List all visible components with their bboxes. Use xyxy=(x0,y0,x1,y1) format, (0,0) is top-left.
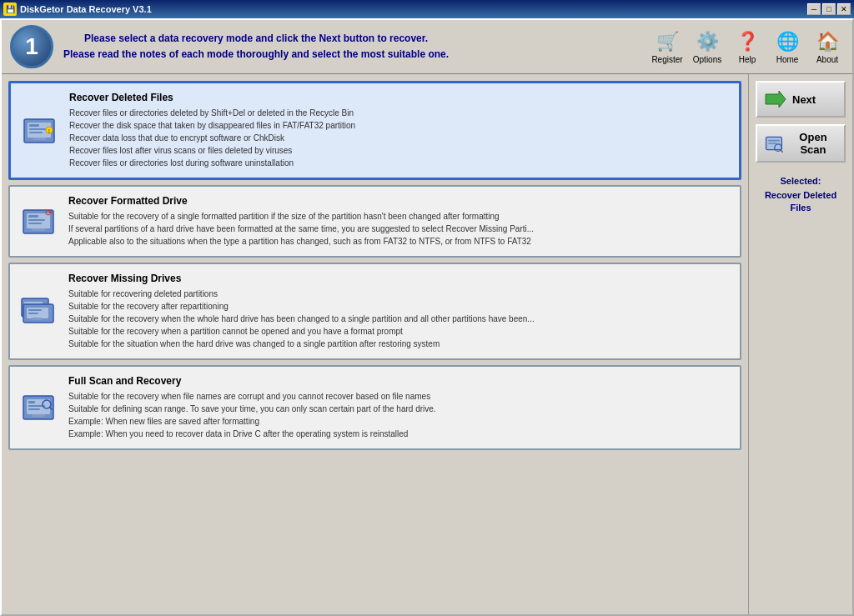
help-label: Help xyxy=(739,55,756,64)
content-area: ! Recover Deleted Files Recover files or… xyxy=(2,74,852,614)
selected-label: Selected: xyxy=(756,176,846,186)
option-full-scan[interactable]: Full Scan and Recovery Suitable for the … xyxy=(8,365,741,450)
svg-rect-5 xyxy=(33,138,46,140)
recover-deleted-title: Recover Deleted Files xyxy=(69,92,731,103)
close-button[interactable]: ✕ xyxy=(837,3,851,15)
miss-desc-1: Suitable for the recovery after repartit… xyxy=(68,302,229,311)
svg-rect-28 xyxy=(32,414,45,417)
about-label: About xyxy=(816,55,838,64)
miss-desc-2: Suitable for the recovery when the whole… xyxy=(68,314,535,323)
svg-marker-31 xyxy=(766,91,786,108)
scan-desc-0: Suitable for the recovery when file name… xyxy=(68,392,430,401)
desc-line-1: Recover the disk space that taken by dis… xyxy=(69,121,355,130)
options-label: Options xyxy=(693,55,721,64)
svg-rect-33 xyxy=(768,140,780,142)
recover-deleted-desc: Recover files or directories deleted by … xyxy=(69,107,731,169)
svg-text:!: ! xyxy=(48,128,50,133)
toolbar-icons: 🛒 Register ⚙️ Options ❓ Help 🌐 Home 🏠 Ab… xyxy=(651,30,844,64)
next-button[interactable]: Next xyxy=(756,81,846,118)
svg-line-36 xyxy=(781,150,782,152)
svg-rect-11 xyxy=(28,219,45,221)
title-bar: 💾 DiskGetor Data Recovery V3.1 ─ □ ✕ xyxy=(0,0,854,18)
selected-info: Selected: Recover Deleted Files xyxy=(756,176,846,215)
left-panel: ! Recover Deleted Files Recover files or… xyxy=(2,74,748,614)
right-panel: Next Open Scan Selected: Recover Deleted… xyxy=(748,74,852,614)
toolbar-header: 1 Please select a data recovery mode and… xyxy=(10,25,449,68)
recover-deleted-icon: ! xyxy=(19,111,59,151)
recover-missing-desc: Suitable for recovering deleted partitio… xyxy=(68,288,731,350)
nav-home[interactable]: 🌐 Home xyxy=(771,30,804,64)
minimize-button[interactable]: ─ xyxy=(807,3,821,15)
fmt-desc-0: Suitable for the recovery of a single fo… xyxy=(68,212,500,221)
miss-desc-3: Suitable for the recovery when a partiti… xyxy=(68,327,403,336)
register-label: Register xyxy=(651,55,682,64)
title-bar-title: DiskGetor Data Recovery V3.1 xyxy=(20,4,152,14)
home-label: Home xyxy=(776,55,799,64)
nav-options[interactable]: ⚙️ Options xyxy=(691,30,724,64)
svg-rect-20 xyxy=(28,309,42,311)
scan-desc-3: Example: When you need to recover data i… xyxy=(68,429,408,438)
open-scan-icon xyxy=(764,132,784,155)
svg-rect-13 xyxy=(32,228,45,231)
svg-rect-27 xyxy=(28,408,40,410)
desc-line-4: Recover files or directories lost during… xyxy=(69,158,294,168)
svg-text:⟳: ⟳ xyxy=(45,208,53,218)
next-label: Next xyxy=(792,93,816,106)
scan-desc-1: Suitable for defining scan range. To sav… xyxy=(68,404,436,413)
full-scan-title: Full Scan and Recovery xyxy=(68,375,731,387)
option-recover-deleted[interactable]: ! Recover Deleted Files Recover files or… xyxy=(8,81,741,180)
options-icon: ⚙️ xyxy=(696,30,719,53)
title-bar-left: 💾 DiskGetor Data Recovery V3.1 xyxy=(3,3,152,16)
full-scan-content: Full Scan and Recovery Suitable for the … xyxy=(68,375,731,440)
toolbar-instructions: Please select a data recovery mode and c… xyxy=(63,31,449,63)
svg-rect-2 xyxy=(29,124,39,127)
option-recover-missing[interactable]: Recover Missing Drives Suitable for reco… xyxy=(8,263,741,360)
fmt-desc-1: If several partitions of a hard drive ha… xyxy=(68,224,534,233)
recover-formatted-icon: ⟳ xyxy=(18,202,58,242)
desc-line-0: Recover files or directories deleted by … xyxy=(69,108,354,118)
desc-line-2: Recover data loss that due to encrypt so… xyxy=(69,133,284,143)
home-icon: 🌐 xyxy=(776,30,799,53)
full-scan-icon xyxy=(18,388,58,428)
maximize-button[interactable]: □ xyxy=(822,3,836,15)
app-icon: 💾 xyxy=(3,3,17,16)
recover-formatted-desc: Suitable for the recovery of a single fo… xyxy=(68,210,731,248)
svg-rect-21 xyxy=(28,313,38,314)
step-indicator: 1 xyxy=(10,25,53,68)
desc-line-3: Recover files lost after virus scans or … xyxy=(69,146,292,155)
scan-desc-2: Example: When new files are saved after … xyxy=(68,417,259,426)
option-recover-formatted[interactable]: ⟳ Recover Formatted Drive Suitable for t… xyxy=(8,185,741,258)
recover-missing-title: Recover Missing Drives xyxy=(68,273,731,284)
svg-rect-22 xyxy=(32,318,42,320)
recover-missing-icon xyxy=(18,292,58,332)
nav-register[interactable]: 🛒 Register xyxy=(651,30,684,64)
about-icon: 🏠 xyxy=(816,30,839,53)
svg-rect-10 xyxy=(28,215,38,218)
full-scan-desc: Suitable for the recovery when file name… xyxy=(68,390,731,440)
recover-formatted-title: Recover Formatted Drive xyxy=(68,195,731,207)
selected-value: Recover Deleted Files xyxy=(756,189,846,215)
toolbar: 1 Please select a data recovery mode and… xyxy=(2,20,852,74)
title-bar-controls: ─ □ ✕ xyxy=(807,3,851,15)
instruction-line-1: Please select a data recovery mode and c… xyxy=(63,31,449,47)
help-icon: ❓ xyxy=(736,30,759,53)
main-window: 1 Please select a data recovery mode and… xyxy=(0,18,854,616)
miss-desc-4: Suitable for the situation when the hard… xyxy=(68,339,440,348)
nav-help[interactable]: ❓ Help xyxy=(731,30,764,64)
recover-deleted-content: Recover Deleted Files Recover files or d… xyxy=(69,92,731,169)
instruction-line-2: Please read the notes of each mode thoro… xyxy=(63,47,449,63)
register-icon: 🛒 xyxy=(656,30,679,53)
svg-rect-25 xyxy=(28,401,35,403)
svg-rect-3 xyxy=(29,128,46,130)
miss-desc-0: Suitable for recovering deleted partitio… xyxy=(68,289,218,298)
svg-rect-4 xyxy=(29,132,43,133)
fmt-desc-2: Applicable also to the situations when t… xyxy=(68,237,531,246)
open-scan-label: Open Scan xyxy=(789,131,837,156)
nav-about[interactable]: 🏠 About xyxy=(811,30,844,64)
svg-rect-34 xyxy=(768,143,776,144)
next-arrow-icon xyxy=(764,88,787,111)
recover-missing-content: Recover Missing Drives Suitable for reco… xyxy=(68,273,731,350)
svg-rect-12 xyxy=(28,223,42,224)
open-scan-button[interactable]: Open Scan xyxy=(756,124,846,163)
recover-formatted-content: Recover Formatted Drive Suitable for the… xyxy=(68,195,731,248)
